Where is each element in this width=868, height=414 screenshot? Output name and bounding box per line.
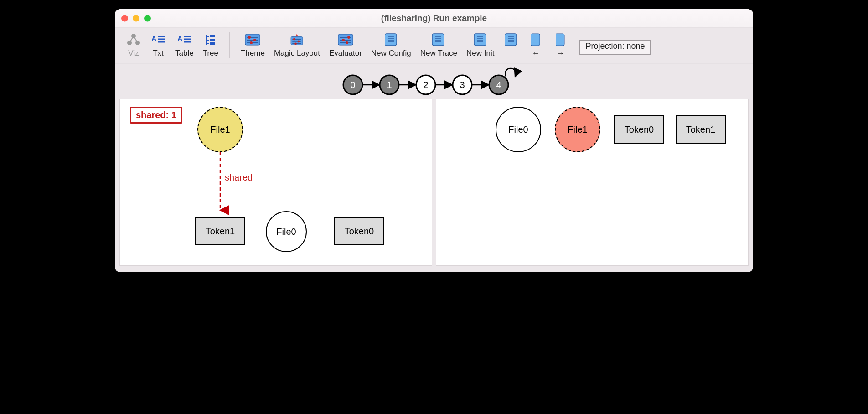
titlebar: (filesharing) Run example <box>115 9 753 27</box>
txt-button[interactable]: A Txt <box>146 31 170 60</box>
table-label: Table <box>175 49 194 58</box>
edge-shared-label: shared <box>225 172 253 183</box>
evaluator-icon <box>338 33 353 46</box>
state-node[interactable]: 3 <box>453 75 472 94</box>
new-fork-button[interactable] <box>499 31 523 51</box>
tree-button[interactable]: Tree <box>198 31 223 60</box>
text-icon: A <box>150 33 166 46</box>
new-config-button[interactable]: New Config <box>367 31 416 60</box>
window-title: (filesharing) Run example <box>381 13 487 23</box>
back-button[interactable]: ← <box>523 31 548 60</box>
svg-point-33 <box>342 39 345 41</box>
svg-point-27 <box>295 42 297 45</box>
node-label: File0 <box>508 124 528 135</box>
table-icon: A <box>176 33 192 46</box>
sliders-icon <box>245 33 260 46</box>
viz-label: Viz <box>128 49 139 58</box>
svg-point-26 <box>298 41 300 43</box>
back-label: ← <box>532 49 540 58</box>
new-trace-label: New Trace <box>420 49 457 58</box>
state-node[interactable]: 4 <box>489 75 508 94</box>
txt-label: Txt <box>153 49 164 58</box>
right-pane: File0 File1 Token0 Token1 <box>436 99 749 266</box>
magic-layout-button[interactable]: Magic Layout <box>269 31 325 60</box>
node-token0[interactable]: Token0 <box>334 217 384 245</box>
fwd-label: → <box>557 49 564 58</box>
theme-label: Theme <box>241 49 265 58</box>
node-label: Token0 <box>625 124 654 135</box>
tree-label: Tree <box>203 49 218 58</box>
traffic-lights <box>121 15 151 22</box>
node-label: File0 <box>276 227 296 237</box>
node-file0[interactable]: File0 <box>266 211 307 252</box>
magic-icon <box>289 33 305 46</box>
node-token1[interactable]: Token1 <box>676 115 726 144</box>
state-node[interactable]: 1 <box>380 75 399 94</box>
graph-icon <box>126 33 141 46</box>
magic-label: Magic Layout <box>274 49 320 58</box>
new-trace-button[interactable]: New Trace <box>416 31 462 60</box>
svg-point-34 <box>346 41 348 44</box>
svg-text:4: 4 <box>496 80 501 90</box>
toolbar: Viz A Txt A Table <box>115 27 753 63</box>
close-icon[interactable] <box>121 15 128 22</box>
node-token0[interactable]: Token0 <box>614 115 664 144</box>
node-label: File1 <box>568 124 587 135</box>
svg-text:3: 3 <box>460 80 465 90</box>
theme-button[interactable]: Theme <box>236 31 269 60</box>
state-node[interactable]: 0 <box>343 75 362 94</box>
state-graph: 0 1 2 3 4 <box>338 64 530 96</box>
svg-point-18 <box>248 36 251 39</box>
fwd-button[interactable]: → <box>548 31 573 60</box>
projection-label: Projection: none <box>585 41 645 51</box>
svg-point-25 <box>293 38 295 41</box>
app-window: (filesharing) Run example Viz A Txt <box>115 9 753 272</box>
edge-shared <box>216 152 229 216</box>
viz-button[interactable]: Viz <box>121 31 146 60</box>
new-config-label: New Config <box>371 49 411 58</box>
scroll-icon <box>528 33 543 46</box>
svg-point-19 <box>253 39 256 41</box>
scroll-icon <box>473 33 488 46</box>
node-label: File1 <box>210 124 230 135</box>
svg-text:A: A <box>151 35 157 43</box>
new-init-button[interactable]: New Init <box>462 31 499 60</box>
node-file0[interactable]: File0 <box>496 107 541 152</box>
evaluator-label: Evaluator <box>329 49 362 58</box>
node-file1[interactable]: File1 <box>555 107 600 152</box>
svg-text:A: A <box>177 35 183 43</box>
node-label: Token1 <box>686 124 716 135</box>
scroll-icon <box>503 33 519 46</box>
projection-select[interactable]: Projection: none <box>579 40 651 55</box>
scroll-icon <box>431 33 446 46</box>
minimize-icon[interactable] <box>133 15 140 22</box>
state-node[interactable]: 2 <box>416 75 435 94</box>
node-label: Token0 <box>345 226 374 237</box>
node-token1[interactable]: Token1 <box>195 217 245 245</box>
svg-rect-12 <box>210 39 215 41</box>
toolbar-separator <box>229 32 230 58</box>
table-button[interactable]: A Table <box>170 31 198 60</box>
new-init-label: New Init <box>466 49 494 58</box>
svg-rect-11 <box>210 35 215 37</box>
scroll-icon <box>553 33 568 46</box>
node-file1[interactable]: File1 <box>197 107 243 152</box>
svg-text:1: 1 <box>387 80 392 90</box>
scroll-icon <box>383 33 399 46</box>
svg-text:2: 2 <box>423 80 428 90</box>
zoom-icon[interactable] <box>144 15 151 22</box>
node-label: Token1 <box>206 226 235 237</box>
svg-point-20 <box>250 41 253 44</box>
tree-icon <box>203 33 218 46</box>
svg-point-32 <box>347 36 350 39</box>
left-pane: shared: 1 File1 shared Token1 File0 T <box>119 99 432 266</box>
svg-text:0: 0 <box>350 80 355 90</box>
state-stepper: 0 1 2 3 4 <box>115 63 753 99</box>
shared-tag: shared: 1 <box>130 107 182 124</box>
evaluator-button[interactable]: Evaluator <box>325 31 367 60</box>
svg-rect-13 <box>210 42 215 45</box>
